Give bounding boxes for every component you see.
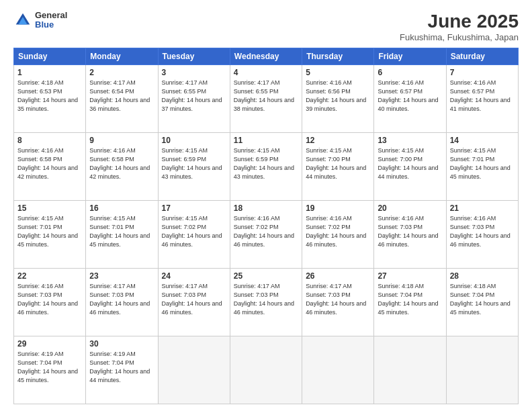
day-number: 4 (234, 68, 298, 77)
day-info: Sunrise: 4:17 AMSunset: 7:03 PMDaylight:… (306, 282, 370, 317)
day-info: Sunrise: 4:19 AMSunset: 7:04 PMDaylight:… (89, 350, 154, 385)
day-number: 10 (162, 136, 226, 145)
day-info: Sunrise: 4:15 AMSunset: 6:59 PMDaylight:… (162, 146, 226, 181)
day-info: Sunrise: 4:17 AMSunset: 6:55 PMDaylight:… (234, 79, 298, 113)
day-number: 2 (89, 68, 154, 77)
day-info: Sunrise: 4:16 AMSunset: 7:02 PMDaylight:… (306, 214, 370, 249)
day-info: Sunrise: 4:16 AMSunset: 7:03 PMDaylight:… (450, 214, 515, 249)
day-info: Sunrise: 4:17 AMSunset: 7:03 PMDaylight:… (162, 282, 226, 317)
calendar-day-9: 9Sunrise: 4:16 AMSunset: 6:58 PMDaylight… (86, 133, 158, 201)
calendar-day-30: 30Sunrise: 4:19 AMSunset: 7:04 PMDayligh… (86, 336, 158, 404)
day-number: 6 (378, 68, 442, 77)
header: General Blue June 2025 Fukushima, Fukush… (13, 11, 519, 42)
subtitle: Fukushima, Fukushima, Japan (400, 32, 519, 42)
calendar-header-tuesday: Tuesday (158, 48, 230, 65)
day-number: 23 (89, 271, 154, 281)
logo: General Blue (13, 11, 67, 30)
calendar-header-thursday: Thursday (302, 48, 374, 65)
calendar-day-10: 10Sunrise: 4:15 AMSunset: 6:59 PMDayligh… (158, 133, 230, 201)
calendar-header-sunday: Sunday (14, 48, 86, 65)
day-number: 24 (162, 271, 226, 281)
day-info: Sunrise: 4:16 AMSunset: 7:02 PMDaylight:… (234, 214, 298, 249)
calendar-day-23: 23Sunrise: 4:17 AMSunset: 7:03 PMDayligh… (86, 269, 158, 336)
calendar-day-5: 5Sunrise: 4:16 AMSunset: 6:56 PMDaylight… (302, 65, 374, 133)
day-number: 14 (450, 136, 515, 145)
calendar-day-19: 19Sunrise: 4:16 AMSunset: 7:02 PMDayligh… (302, 201, 374, 269)
day-info: Sunrise: 4:16 AMSunset: 6:58 PMDaylight:… (17, 146, 82, 181)
calendar-day-27: 27Sunrise: 4:18 AMSunset: 7:04 PMDayligh… (374, 269, 446, 336)
day-info: Sunrise: 4:15 AMSunset: 7:00 PMDaylight:… (378, 146, 442, 181)
calendar-day-16: 16Sunrise: 4:15 AMSunset: 7:01 PMDayligh… (86, 201, 158, 269)
calendar-header-monday: Monday (86, 48, 158, 65)
day-number: 17 (162, 203, 226, 213)
calendar-week-row: 8Sunrise: 4:16 AMSunset: 6:58 PMDaylight… (14, 133, 519, 201)
calendar-header-wednesday: Wednesday (230, 48, 302, 65)
day-info: Sunrise: 4:15 AMSunset: 7:01 PMDaylight:… (17, 214, 82, 249)
calendar-day-1: 1Sunrise: 4:18 AMSunset: 6:53 PMDaylight… (14, 65, 86, 133)
day-info: Sunrise: 4:17 AMSunset: 7:03 PMDaylight:… (89, 282, 154, 317)
calendar-day-empty (158, 336, 230, 404)
calendar-week-row: 1Sunrise: 4:18 AMSunset: 6:53 PMDaylight… (14, 65, 519, 133)
day-info: Sunrise: 4:17 AMSunset: 7:03 PMDaylight:… (234, 282, 298, 317)
calendar-day-empty (374, 336, 446, 404)
calendar-week-row: 22Sunrise: 4:16 AMSunset: 7:03 PMDayligh… (14, 269, 519, 336)
day-info: Sunrise: 4:16 AMSunset: 6:57 PMDaylight:… (378, 79, 442, 113)
calendar-table: SundayMondayTuesdayWednesdayThursdayFrid… (13, 48, 519, 404)
day-number: 29 (17, 339, 82, 349)
day-number: 25 (234, 271, 298, 281)
day-info: Sunrise: 4:16 AMSunset: 6:58 PMDaylight:… (89, 146, 154, 181)
day-number: 26 (306, 271, 370, 281)
day-number: 3 (162, 68, 226, 77)
day-number: 22 (17, 271, 82, 281)
calendar-day-12: 12Sunrise: 4:15 AMSunset: 7:00 PMDayligh… (302, 133, 374, 201)
calendar-day-7: 7Sunrise: 4:16 AMSunset: 6:57 PMDaylight… (446, 65, 518, 133)
calendar-week-row: 29Sunrise: 4:19 AMSunset: 7:04 PMDayligh… (14, 336, 519, 404)
page: General Blue June 2025 Fukushima, Fukush… (0, 0, 532, 411)
day-info: Sunrise: 4:15 AMSunset: 7:02 PMDaylight:… (162, 214, 226, 249)
day-number: 12 (306, 136, 370, 145)
day-number: 27 (378, 271, 442, 281)
calendar-day-25: 25Sunrise: 4:17 AMSunset: 7:03 PMDayligh… (230, 269, 302, 336)
logo-icon (13, 11, 32, 30)
day-number: 16 (89, 203, 154, 213)
calendar-day-17: 17Sunrise: 4:15 AMSunset: 7:02 PMDayligh… (158, 201, 230, 269)
day-info: Sunrise: 4:15 AMSunset: 7:01 PMDaylight:… (450, 146, 515, 181)
title-block: June 2025 Fukushima, Fukushima, Japan (400, 11, 519, 42)
day-info: Sunrise: 4:19 AMSunset: 7:04 PMDaylight:… (17, 350, 82, 385)
calendar-day-2: 2Sunrise: 4:17 AMSunset: 6:54 PMDaylight… (86, 65, 158, 133)
calendar-day-20: 20Sunrise: 4:16 AMSunset: 7:03 PMDayligh… (374, 201, 446, 269)
calendar-day-15: 15Sunrise: 4:15 AMSunset: 7:01 PMDayligh… (14, 201, 86, 269)
day-info: Sunrise: 4:16 AMSunset: 6:57 PMDaylight:… (450, 79, 515, 113)
day-info: Sunrise: 4:18 AMSunset: 7:04 PMDaylight:… (378, 282, 442, 317)
day-info: Sunrise: 4:17 AMSunset: 6:54 PMDaylight:… (89, 79, 154, 113)
day-number: 1 (17, 68, 82, 77)
day-info: Sunrise: 4:15 AMSunset: 7:01 PMDaylight:… (89, 214, 154, 249)
day-number: 7 (450, 68, 515, 77)
calendar-week-row: 15Sunrise: 4:15 AMSunset: 7:01 PMDayligh… (14, 201, 519, 269)
calendar-day-26: 26Sunrise: 4:17 AMSunset: 7:03 PMDayligh… (302, 269, 374, 336)
day-info: Sunrise: 4:16 AMSunset: 7:03 PMDaylight:… (378, 214, 442, 249)
calendar-day-18: 18Sunrise: 4:16 AMSunset: 7:02 PMDayligh… (230, 201, 302, 269)
day-info: Sunrise: 4:16 AMSunset: 7:03 PMDaylight:… (17, 282, 82, 317)
calendar-day-empty (230, 336, 302, 404)
main-title: June 2025 (400, 11, 519, 32)
day-number: 28 (450, 271, 515, 281)
day-info: Sunrise: 4:15 AMSunset: 6:59 PMDaylight:… (234, 146, 298, 181)
logo-text: General Blue (35, 11, 67, 30)
calendar-day-13: 13Sunrise: 4:15 AMSunset: 7:00 PMDayligh… (374, 133, 446, 201)
day-info: Sunrise: 4:17 AMSunset: 6:55 PMDaylight:… (162, 79, 226, 113)
calendar-header-saturday: Saturday (446, 48, 518, 65)
day-info: Sunrise: 4:18 AMSunset: 7:04 PMDaylight:… (450, 282, 515, 317)
calendar-day-21: 21Sunrise: 4:16 AMSunset: 7:03 PMDayligh… (446, 201, 518, 269)
day-number: 13 (378, 136, 442, 145)
calendar-day-11: 11Sunrise: 4:15 AMSunset: 6:59 PMDayligh… (230, 133, 302, 201)
calendar-header-row: SundayMondayTuesdayWednesdayThursdayFrid… (14, 48, 519, 65)
calendar-day-24: 24Sunrise: 4:17 AMSunset: 7:03 PMDayligh… (158, 269, 230, 336)
day-number: 21 (450, 203, 515, 213)
calendar-day-22: 22Sunrise: 4:16 AMSunset: 7:03 PMDayligh… (14, 269, 86, 336)
calendar-day-14: 14Sunrise: 4:15 AMSunset: 7:01 PMDayligh… (446, 133, 518, 201)
day-number: 19 (306, 203, 370, 213)
day-number: 18 (234, 203, 298, 213)
day-number: 5 (306, 68, 370, 77)
calendar-day-8: 8Sunrise: 4:16 AMSunset: 6:58 PMDaylight… (14, 133, 86, 201)
